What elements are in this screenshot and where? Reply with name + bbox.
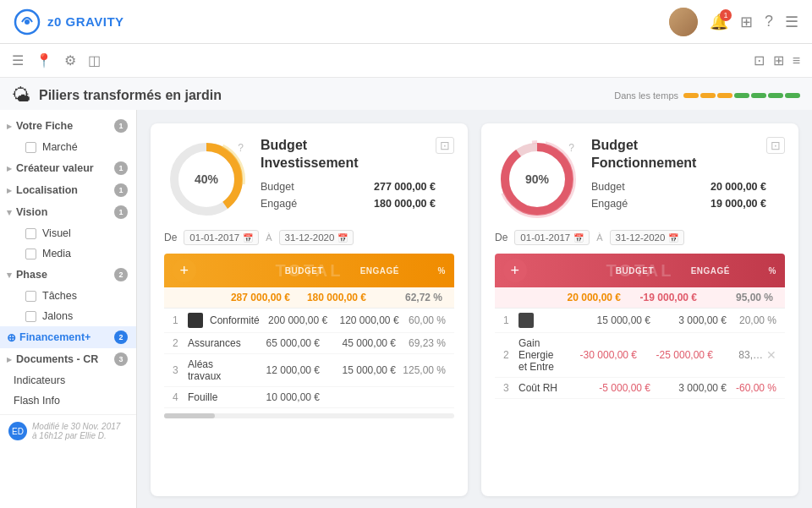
list-icon[interactable]: ≡ [793,53,800,68]
expand-icon-documents: ▸ [7,354,12,365]
card-budget-info-fonct: Budget 20 000,00 € Engagé 19 000,00 € [591,181,766,210]
sidebar-item-votre-fiche[interactable]: ▸ Votre Fiche 1 [0,115,136,137]
calendar-icon[interactable]: ⊞ [740,13,753,31]
logo-text: z0 GRAVITY [47,14,124,29]
checkbox-jalons[interactable] [25,311,36,322]
date-de-input[interactable]: 01-01-2017 📅 [184,230,259,245]
expand-icon[interactable]: ⊡ [754,52,765,68]
sidebar-item-financement[interactable]: ⊕ Financement+ 2 [0,326,136,348]
date-de-input-fonct[interactable]: 01-01-2017 📅 [514,230,590,245]
table-row-fonct-3: 3 Coût RH -5 000,00 € 3 000,00 € -60,00 … [495,378,785,399]
sidebar-item-localisation[interactable]: ▸ Localisation 1 [0,179,136,201]
date-de-label-fonct: De [495,232,508,243]
table-row-fonct-2: 2 Gain Energie et Entre -30 000,00 € -25… [495,333,785,378]
svg-point-1 [25,19,30,25]
time-indicator: Dans les temps [614,90,800,101]
badge-documents: 3 [114,352,128,366]
time-label: Dans les temps [614,90,678,101]
sidebar-label-visuel: Visuel [42,227,71,239]
sidebar-label-createur: Créateur valeur [16,162,94,174]
menu-icon[interactable]: ☰ [785,13,798,31]
date-row-investissement: De 01-01-2017 📅 À 31-12-2020 📅 [164,230,454,245]
sidebar-item-visuel[interactable]: Visuel [0,223,136,243]
checkbox-visuel[interactable] [25,228,36,239]
location-icon[interactable]: 📍 [36,52,52,68]
plus-icon-financement: ⊕ [7,331,16,344]
sun-icon: 🌤 [12,85,30,107]
card-fonctionnement: 90% ? BudgetFonctionnement Budget 20 000… [481,123,798,496]
help-icon-fonctionnement[interactable]: ? [568,142,574,154]
sidebar-item-indicateurs[interactable]: Indicateurs [0,370,136,391]
grid-icon[interactable]: ⊞ [773,52,784,68]
scrollbar-invest[interactable] [164,413,454,418]
notification-badge: 1 [720,9,732,21]
add-button-investissement[interactable]: + [173,259,196,282]
page-title: Piliers transformés en jardin [39,88,222,103]
sidebar-label-localisation: Localisation [16,184,78,196]
budget-value: 277 000,00 € [374,181,436,193]
page-header: 🌤 Piliers transformés en jardin Dans les… [0,78,812,110]
checkbox-marche[interactable] [25,142,36,153]
layers-icon[interactable]: ◫ [88,52,101,68]
hamburger-icon[interactable]: ☰ [12,52,24,68]
expand-icon-votre-fiche: ▸ [7,121,12,132]
pb-seg-3 [717,93,732,98]
top-nav: z0 GRAVITY 🔔 1 ⊞ ? ☰ [0,0,812,44]
sidebar-item-jalons[interactable]: Jalons [0,306,136,326]
sidebar-item-createur-valeur[interactable]: ▸ Créateur valeur 1 [0,157,136,179]
total-pct-fonct: 95,00 % [700,292,776,303]
expand-button-investissement[interactable]: ⊡ [436,137,454,154]
engage-row-fonct: Engagé 19 000,00 € [591,198,766,210]
table-header-wrap-investissement: + TOTAL BUDGET ENGAGÉ % [164,254,454,287]
pb-seg-5 [751,93,766,98]
user-avatar-small: ED [8,422,27,440]
sidebar-bottom-text: Modifié le 30 Nov. 2017 à 16h12 par Elli… [32,422,120,440]
settings-icon[interactable]: ⚙ [64,52,76,68]
sidebar-item-vision[interactable]: ▾ Vision 1 [0,201,136,223]
table-row-fonct-1: 1 15 000,00 € 3 000,00 € 20,00 % [495,309,785,333]
sidebar-label-indicateurs: Indicateurs [14,374,65,386]
sidebar-label-votre-fiche: Votre Fiche [16,120,73,132]
notification-icon[interactable]: 🔔 1 [710,13,728,31]
help-icon-investissement[interactable]: ? [238,142,244,154]
sidebar-item-taches[interactable]: Tâches [0,286,136,306]
row-color-fonct-1 [518,313,534,328]
sub-nav: ☰ 📍 ⚙ ◫ ⊡ ⊞ ≡ [0,44,812,78]
date-a-label-fonct: À [596,232,602,243]
expand-button-fonctionnement[interactable]: ⊡ [766,137,785,154]
badge-vision: 1 [114,205,128,219]
expand-icon-vision: ▾ [7,207,12,218]
badge-votre-fiche: 1 [114,119,128,133]
table-row-invest-2: 2 Assurances 65 000,00 € 45 000,00 € 69,… [164,333,454,354]
checkbox-taches[interactable] [25,291,36,302]
table-header-row-investissement: + TOTAL BUDGET ENGAGÉ % [164,254,454,287]
help-icon[interactable]: ? [765,13,773,30]
sidebar-label-marche: Marché [42,141,78,153]
total-engage-fonct: -19 000,00 € [624,292,700,303]
donut-fonctionnement: 90% ? [495,137,579,221]
engage-row: Engagé 180 000,00 € [261,198,436,210]
close-row-fonct-2[interactable]: ✕ [766,348,776,362]
card-header-investissement: 40% ? BudgetInvestissement Budget 277 00… [164,137,454,221]
engage-value-fonct: 19 000,00 € [710,198,766,210]
progress-bar-top [683,93,800,98]
add-button-fonctionnement[interactable]: + [503,259,527,282]
total-budget-fonct: 20 000,00 € [548,292,624,303]
table-row-invest-4: 4 Fouille 10 000,00 € [164,387,454,408]
sidebar-item-phase[interactable]: ▾ Phase 2 [0,264,136,286]
sidebar-label-media: Media [42,248,71,259]
checkbox-media[interactable] [25,249,36,259]
sidebar-item-flash-info[interactable]: Flash Info [0,391,136,411]
table-fonctionnement: + TOTAL BUDGET ENGAGÉ % 20 000,00 € -19 … [495,254,785,399]
sidebar-label-flash-info: Flash Info [14,395,60,407]
table-header-wrap-fonct: + TOTAL BUDGET ENGAGÉ % [495,254,785,287]
date-a-input-fonct[interactable]: 31-12-2020 📅 [610,230,685,245]
date-a-input[interactable]: 31-12-2020 📅 [279,230,354,245]
sidebar-item-media[interactable]: Media [0,243,136,264]
budget-label-fonct: Budget [591,181,625,193]
expand-icon-localisation: ▸ [7,185,12,196]
sidebar-item-marche[interactable]: Marché [0,137,136,157]
sidebar-item-documents[interactable]: ▸ Documents - CR 3 [0,348,136,370]
calendar-icon-de-fonct: 📅 [573,233,584,243]
card-top-area-fonct: 90% ? BudgetFonctionnement Budget 20 000… [495,137,766,221]
